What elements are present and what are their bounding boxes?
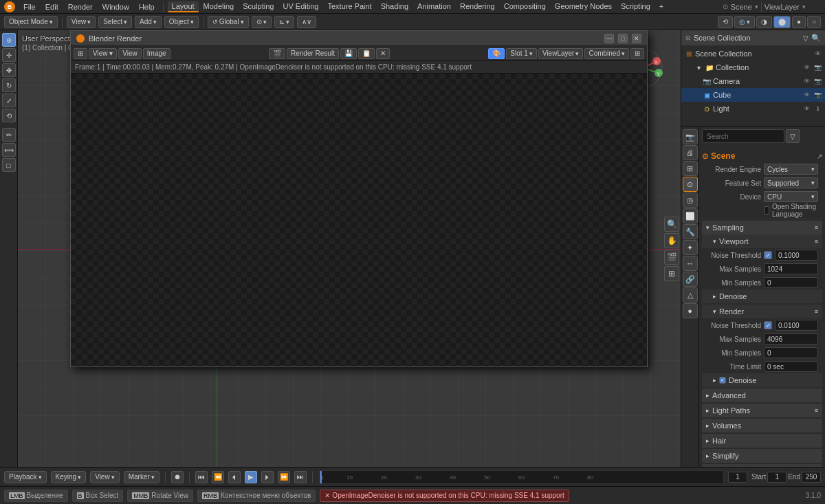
object-menu[interactable]: Object ▾ [164, 16, 199, 28]
rnd-min-samples-value[interactable]: 0 [764, 347, 818, 358]
tree-item-scene-collection[interactable]: ⊞ Scene Collection 👁 [681, 47, 825, 61]
render-view-icon[interactable]: ⊞ [74, 48, 87, 59]
jump-end-btn[interactable]: ⏭ [294, 471, 307, 483]
next-frame-btn[interactable]: ⏩ [278, 471, 290, 483]
render-save-btn[interactable]: 💾 [340, 48, 357, 59]
transform-global[interactable]: ↺ Global ▾ [208, 16, 249, 28]
render-image-menu[interactable]: Image [143, 48, 170, 59]
tool-scale[interactable]: ⤢ [2, 94, 16, 107]
solid-view[interactable]: ⬤ [773, 16, 791, 28]
vp-noise-threshold-value[interactable]: 0.1000 [775, 250, 818, 261]
status-box-select[interactable]: B Box Select [72, 490, 124, 502]
props-filter-btn[interactable]: ▽ [786, 129, 800, 143]
workspace-uv-editing[interactable]: UV Editing [278, 1, 322, 12]
play-btn[interactable]: ▶ [245, 471, 257, 483]
render-close-btn[interactable]: ✕ [376, 48, 390, 59]
props-tab-output[interactable]: 🖨 [683, 145, 698, 160]
view-menu[interactable]: View ▾ [67, 16, 96, 28]
marker-menu[interactable]: Marker ▾ [124, 471, 160, 483]
light-info[interactable]: ℹ [813, 104, 822, 113]
light-paths-header[interactable]: ▸ Light Paths ≡ [702, 404, 822, 417]
denoise-rnd-header[interactable]: ▸ ✓ Denoise [702, 373, 822, 387]
status-left-click[interactable]: LMB Выделение [4, 490, 68, 502]
camera-eye[interactable]: 👁 [802, 76, 811, 86]
cube-render[interactable]: 📷 [813, 90, 822, 100]
next-keyframe-btn[interactable]: ⏵ [261, 471, 274, 483]
overlay-toggle[interactable]: ◎ ▾ [734, 16, 755, 28]
render-engine-dropdown[interactable]: Cycles ▾ [764, 164, 818, 175]
render-copy-btn[interactable]: 📋 [358, 48, 375, 59]
props-tab-world[interactable]: ◎ [683, 193, 698, 208]
scene-collection-eye[interactable]: 👁 [813, 49, 822, 58]
props-tab-object[interactable]: ⬜ [683, 208, 698, 223]
tree-item-light[interactable]: ⊙ Light 👁 ℹ [681, 102, 825, 116]
tree-item-cube[interactable]: ▣ Cube 👁 📷 [681, 88, 825, 102]
outliner-filter[interactable]: ▽ [803, 34, 808, 42]
gizmo-toggle[interactable]: ⟲ [718, 16, 733, 28]
render-sub-options[interactable]: ≡ [815, 308, 818, 315]
workspace-modeling[interactable]: Modeling [199, 1, 239, 12]
render-options[interactable]: ⊞ [630, 48, 644, 59]
status-context-menu[interactable]: RMB Контекстное меню объектов [197, 490, 316, 502]
workspace-shading[interactable]: Shading [377, 1, 412, 12]
material-view[interactable]: ● [792, 16, 806, 28]
render-minimize[interactable]: — [604, 34, 614, 43]
props-tab-data[interactable]: △ [683, 287, 698, 303]
props-arrow[interactable]: ↗ [817, 153, 822, 160]
props-tab-material[interactable]: ● [683, 303, 698, 318]
device-dropdown[interactable]: CPU ▾ [764, 191, 818, 202]
workspace-texture-paint[interactable]: Texture Paint [323, 1, 375, 12]
denoise-vp-header[interactable]: ▸ Denoise [702, 289, 822, 303]
keying-menu[interactable]: Keying ▾ [51, 471, 87, 483]
render-slot[interactable]: Slot 1 ▾ [506, 48, 537, 59]
prev-frame-btn[interactable]: ⏪ [212, 471, 224, 483]
tool-cursor[interactable]: ✛ [2, 48, 16, 62]
props-tab-physics[interactable]: ↔ [683, 256, 698, 271]
zoom-button[interactable]: 🔍 [664, 217, 679, 232]
render-view-layer[interactable]: ViewLayer ▾ [538, 48, 584, 59]
menu-file[interactable]: File [19, 2, 40, 12]
vp-max-samples-value[interactable]: 1024 [764, 263, 818, 274]
rnd-noise-threshold-value[interactable]: 0.0100 [775, 320, 818, 331]
tool-add-cube[interactable]: □ [2, 158, 16, 172]
render-view-menu2[interactable]: View [118, 48, 142, 59]
prev-keyframe-btn[interactable]: ⏴ [228, 471, 241, 483]
props-search-input[interactable] [702, 129, 784, 143]
grid-button[interactable]: ⊞ [664, 266, 679, 281]
rnd-time-limit-value[interactable]: 0 sec [764, 361, 818, 372]
render-color-btn[interactable]: 🎨 [488, 48, 505, 59]
mode-selector[interactable]: Object Mode ▾ [4, 16, 58, 28]
vp-min-samples-value[interactable]: 0 [764, 277, 818, 288]
snap-toggle[interactable]: ⊾ ▾ [274, 16, 294, 28]
menu-render[interactable]: Render [64, 2, 97, 12]
workspace-scripting[interactable]: Scripting [617, 1, 654, 12]
workspace-sculpting[interactable]: Sculpting [239, 1, 278, 12]
pan-button[interactable]: ✋ [664, 233, 679, 248]
light-paths-options[interactable]: ≡ [815, 407, 818, 414]
render-icon-btn[interactable]: 🎬 [269, 48, 285, 59]
timeline-ruler[interactable]: 1 10 20 30 40 50 60 70 80 [318, 470, 724, 484]
advanced-header[interactable]: ▸ Render Advanced [702, 388, 822, 402]
xray-toggle[interactable]: ◑ [756, 16, 772, 28]
feature-set-dropdown[interactable]: Supported ▾ [764, 177, 818, 188]
playback-menu[interactable]: Playback ▾ [4, 471, 47, 483]
view-layer-selector[interactable]: ViewLayer ▾ [764, 3, 806, 11]
props-tab-viewlayer[interactable]: ⊞ [683, 161, 698, 176]
rnd-max-samples-value[interactable]: 4096 [764, 333, 818, 344]
props-tab-modifier[interactable]: 🔧 [683, 224, 698, 239]
workspace-animation[interactable]: Animation [413, 1, 455, 12]
workspace-geometry-nodes[interactable]: Geometry Nodes [551, 1, 616, 12]
collection-render[interactable]: 📷 [813, 63, 822, 72]
render-view-menu[interactable]: View ▾ [89, 48, 117, 59]
workspace-rendering[interactable]: Rendering [456, 1, 499, 12]
props-tab-scene[interactable]: ⊙ [683, 177, 698, 192]
hair-header[interactable]: ▸ Hair [702, 434, 822, 448]
light-eye[interactable]: 👁 [802, 104, 811, 113]
tool-annotate[interactable]: ✏ [2, 128, 16, 142]
rnd-noise-checkbox[interactable]: ✓ [764, 321, 772, 329]
proportional-edit[interactable]: ⊙ ▾ [252, 16, 272, 28]
viewport-options[interactable]: ≡ [815, 238, 818, 245]
camera-render[interactable]: 📷 [813, 76, 822, 86]
vp-noise-checkbox[interactable]: ✓ [764, 251, 772, 259]
props-tab-render[interactable]: 📷 [683, 129, 698, 144]
